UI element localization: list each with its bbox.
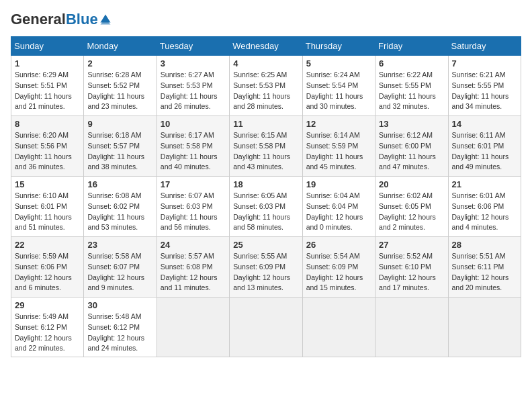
calendar-cell: 15Sunrise: 6:10 AMSunset: 6:01 PMDayligh…: [11, 177, 84, 237]
calendar-cell: 10Sunrise: 6:17 AMSunset: 5:58 PMDayligh…: [157, 116, 229, 177]
day-info: Sunrise: 6:01 AMSunset: 6:06 PMDaylight:…: [452, 191, 517, 233]
weekday-header: Thursday: [302, 37, 375, 56]
day-number: 15: [15, 179, 80, 189]
day-number: 10: [161, 119, 226, 129]
day-info: Sunrise: 6:07 AMSunset: 6:03 PMDaylight:…: [161, 191, 226, 233]
day-number: 25: [233, 240, 298, 250]
calendar-cell: [375, 298, 448, 357]
day-number: 20: [379, 179, 444, 189]
calendar-cell: 25Sunrise: 5:55 AMSunset: 6:09 PMDayligh…: [230, 237, 302, 298]
calendar-cell: 1Sunrise: 6:29 AMSunset: 5:51 PMDaylight…: [11, 56, 84, 116]
day-number: 5: [306, 58, 371, 68]
day-number: 27: [379, 240, 444, 250]
calendar-week-row: 1Sunrise: 6:29 AMSunset: 5:51 PMDaylight…: [11, 56, 521, 116]
day-info: Sunrise: 5:48 AMSunset: 6:12 PMDaylight:…: [87, 312, 152, 354]
calendar-cell: 21Sunrise: 6:01 AMSunset: 6:06 PMDayligh…: [448, 177, 521, 237]
day-number: 9: [87, 119, 152, 129]
day-info: Sunrise: 6:28 AMSunset: 5:52 PMDaylight:…: [87, 70, 152, 112]
calendar-cell: 14Sunrise: 6:11 AMSunset: 6:01 PMDayligh…: [448, 116, 521, 177]
day-number: 3: [161, 58, 226, 68]
day-number: 1: [15, 58, 80, 68]
day-info: Sunrise: 5:57 AMSunset: 6:08 PMDaylight:…: [161, 251, 226, 293]
day-info: Sunrise: 6:12 AMSunset: 6:00 PMDaylight:…: [379, 130, 444, 173]
calendar-cell: 16Sunrise: 6:08 AMSunset: 6:02 PMDayligh…: [84, 177, 157, 237]
day-info: Sunrise: 6:17 AMSunset: 5:58 PMDaylight:…: [161, 130, 226, 173]
day-number: 28: [452, 240, 517, 250]
day-info: Sunrise: 6:08 AMSunset: 6:02 PMDaylight:…: [87, 191, 152, 233]
weekday-header: Tuesday: [157, 37, 229, 56]
weekday-header: Wednesday: [230, 37, 302, 56]
day-number: 7: [452, 58, 517, 68]
day-number: 29: [15, 300, 80, 310]
calendar-cell: 29Sunrise: 5:49 AMSunset: 6:12 PMDayligh…: [11, 298, 84, 357]
day-number: 4: [233, 58, 298, 68]
page-header: GeneralBlue: [11, 11, 521, 28]
calendar-week-row: 8Sunrise: 6:20 AMSunset: 5:56 PMDaylight…: [11, 116, 521, 177]
calendar-cell: 11Sunrise: 6:15 AMSunset: 5:58 PMDayligh…: [230, 116, 302, 177]
calendar-cell: 8Sunrise: 6:20 AMSunset: 5:56 PMDaylight…: [11, 116, 84, 177]
calendar-cell: 7Sunrise: 6:21 AMSunset: 5:55 PMDaylight…: [448, 56, 521, 116]
weekday-header-row: SundayMondayTuesdayWednesdayThursdayFrid…: [11, 37, 521, 56]
calendar-cell: 30Sunrise: 5:48 AMSunset: 6:12 PMDayligh…: [84, 298, 157, 357]
day-info: Sunrise: 5:54 AMSunset: 6:09 PMDaylight:…: [306, 251, 371, 293]
calendar-week-row: 15Sunrise: 6:10 AMSunset: 6:01 PMDayligh…: [11, 177, 521, 237]
day-number: 14: [452, 119, 517, 129]
day-number: 22: [15, 240, 80, 250]
calendar-cell: 3Sunrise: 6:27 AMSunset: 5:53 PMDaylight…: [157, 56, 229, 116]
calendar-cell: 24Sunrise: 5:57 AMSunset: 6:08 PMDayligh…: [157, 237, 229, 298]
weekday-header: Friday: [375, 37, 448, 56]
day-number: 26: [306, 240, 371, 250]
day-info: Sunrise: 6:15 AMSunset: 5:58 PMDaylight:…: [233, 130, 298, 173]
day-number: 21: [452, 179, 517, 189]
calendar-cell: 2Sunrise: 6:28 AMSunset: 5:52 PMDaylight…: [84, 56, 157, 116]
day-info: Sunrise: 6:18 AMSunset: 5:57 PMDaylight:…: [87, 130, 152, 173]
calendar-cell: 6Sunrise: 6:22 AMSunset: 5:55 PMDaylight…: [375, 56, 448, 116]
day-info: Sunrise: 5:55 AMSunset: 6:09 PMDaylight:…: [233, 251, 298, 293]
calendar-cell: 12Sunrise: 6:14 AMSunset: 5:59 PMDayligh…: [302, 116, 375, 177]
calendar-cell: 28Sunrise: 5:51 AMSunset: 6:11 PMDayligh…: [448, 237, 521, 298]
day-number: 30: [87, 300, 152, 310]
day-number: 24: [161, 240, 226, 250]
calendar-cell: 23Sunrise: 5:58 AMSunset: 6:07 PMDayligh…: [84, 237, 157, 298]
day-number: 6: [379, 58, 444, 68]
day-info: Sunrise: 5:58 AMSunset: 6:07 PMDaylight:…: [87, 251, 152, 293]
calendar-cell: 27Sunrise: 5:52 AMSunset: 6:10 PMDayligh…: [375, 237, 448, 298]
day-info: Sunrise: 6:14 AMSunset: 5:59 PMDaylight:…: [306, 130, 371, 173]
day-info: Sunrise: 6:11 AMSunset: 6:01 PMDaylight:…: [452, 130, 517, 173]
day-number: 13: [379, 119, 444, 129]
calendar-cell: 9Sunrise: 6:18 AMSunset: 5:57 PMDaylight…: [84, 116, 157, 177]
calendar-table: SundayMondayTuesdayWednesdayThursdayFrid…: [11, 36, 521, 357]
day-info: Sunrise: 6:10 AMSunset: 6:01 PMDaylight:…: [15, 191, 80, 233]
day-number: 11: [233, 119, 298, 129]
day-info: Sunrise: 5:59 AMSunset: 6:06 PMDaylight:…: [15, 251, 80, 293]
calendar-cell: 20Sunrise: 6:02 AMSunset: 6:05 PMDayligh…: [375, 177, 448, 237]
day-info: Sunrise: 6:21 AMSunset: 5:55 PMDaylight:…: [452, 70, 517, 112]
calendar-cell: 26Sunrise: 5:54 AMSunset: 6:09 PMDayligh…: [302, 237, 375, 298]
day-number: 19: [306, 179, 371, 189]
day-number: 12: [306, 119, 371, 129]
weekday-header: Monday: [84, 37, 157, 56]
calendar-cell: 4Sunrise: 6:25 AMSunset: 5:53 PMDaylight…: [230, 56, 302, 116]
day-info: Sunrise: 6:25 AMSunset: 5:53 PMDaylight:…: [233, 70, 298, 112]
calendar-cell: 13Sunrise: 6:12 AMSunset: 6:00 PMDayligh…: [375, 116, 448, 177]
weekday-header: Saturday: [448, 37, 521, 56]
day-info: Sunrise: 6:05 AMSunset: 6:03 PMDaylight:…: [233, 191, 298, 233]
day-info: Sunrise: 5:52 AMSunset: 6:10 PMDaylight:…: [379, 251, 444, 293]
day-number: 8: [15, 119, 80, 129]
weekday-header: Sunday: [11, 37, 84, 56]
calendar-cell: [157, 298, 229, 357]
calendar-cell: 17Sunrise: 6:07 AMSunset: 6:03 PMDayligh…: [157, 177, 229, 237]
calendar-cell: 22Sunrise: 5:59 AMSunset: 6:06 PMDayligh…: [11, 237, 84, 298]
day-number: 23: [87, 240, 152, 250]
day-info: Sunrise: 6:20 AMSunset: 5:56 PMDaylight:…: [15, 130, 80, 173]
day-info: Sunrise: 5:49 AMSunset: 6:12 PMDaylight:…: [15, 312, 80, 354]
day-info: Sunrise: 6:24 AMSunset: 5:54 PMDaylight:…: [306, 70, 371, 112]
day-info: Sunrise: 6:29 AMSunset: 5:51 PMDaylight:…: [15, 70, 80, 112]
logo-general: GeneralBlue: [11, 11, 98, 28]
logo: GeneralBlue: [11, 11, 112, 28]
day-number: 2: [87, 58, 152, 68]
calendar-cell: 5Sunrise: 6:24 AMSunset: 5:54 PMDaylight…: [302, 56, 375, 116]
calendar-week-row: 22Sunrise: 5:59 AMSunset: 6:06 PMDayligh…: [11, 237, 521, 298]
day-number: 17: [161, 179, 226, 189]
day-info: Sunrise: 6:04 AMSunset: 6:04 PMDaylight:…: [306, 191, 371, 233]
